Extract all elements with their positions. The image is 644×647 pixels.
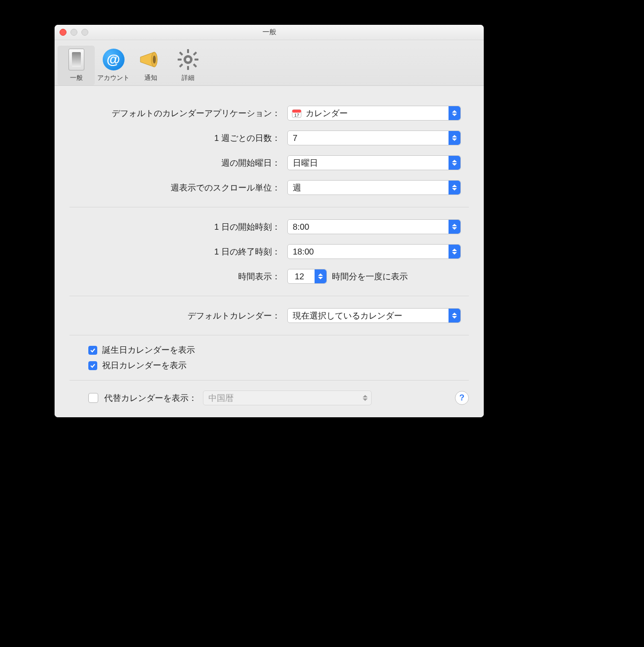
select-value: 12	[295, 272, 304, 281]
stepper-arrows-icon	[449, 309, 460, 323]
select-week-start[interactable]: 日曜日	[287, 155, 461, 170]
select-value: 中国暦	[208, 393, 234, 403]
check-icon	[90, 347, 96, 353]
checkbox-alt-calendar-label: 代替カレンダーを表示：	[104, 392, 197, 404]
megaphone-icon	[139, 48, 163, 71]
calendar-icon: 17	[292, 109, 302, 119]
stepper-arrows-icon	[449, 245, 460, 259]
select-default-app[interactable]: 17 カレンダー	[287, 106, 461, 121]
checkbox-holiday[interactable]	[88, 361, 97, 370]
select-day-start[interactable]: 8:00	[287, 219, 461, 234]
toolbar-advanced[interactable]: 詳細	[169, 46, 206, 85]
stepper-arrows-icon	[449, 220, 460, 234]
label-day-end: 1 日の終了時刻：	[69, 246, 287, 258]
stepper-arrows-icon	[449, 156, 460, 170]
toolbar-general[interactable]: 一般	[58, 46, 95, 85]
svg-rect-11	[193, 52, 196, 56]
switch-icon	[64, 48, 88, 71]
separator	[69, 380, 469, 381]
select-day-end[interactable]: 18:00	[287, 244, 461, 259]
svg-rect-7	[178, 59, 182, 61]
checkbox-alt-calendar[interactable]	[88, 393, 98, 403]
label-default-calendar: デフォルトカレンダー：	[69, 310, 287, 322]
preferences-window: 一般 一般 @ アカウント 通知	[55, 25, 484, 417]
separator	[69, 296, 469, 296]
label-day-start: 1 日の開始時刻：	[69, 221, 287, 233]
gear-icon	[176, 48, 200, 71]
checkbox-birthday[interactable]	[88, 346, 97, 355]
toolbar-label: 一般	[70, 73, 83, 82]
select-value: 8:00	[293, 222, 309, 232]
preferences-toolbar: 一般 @ アカウント 通知	[55, 40, 484, 86]
content-area: デフォルトのカレンダーアプリケーション： 17 カレンダー 1 週ごとの日数：	[55, 86, 484, 417]
select-days-per-week[interactable]: 7	[287, 130, 461, 145]
select-value: 7	[293, 133, 297, 143]
label-scroll-unit: 週表示でのスクロール単位：	[69, 182, 287, 194]
toolbar-alerts[interactable]: 通知	[132, 46, 169, 85]
select-value: 日曜日	[293, 158, 318, 168]
stepper-arrows-icon	[449, 131, 460, 145]
select-hours-shown[interactable]: 12	[287, 269, 327, 284]
label-hours-shown: 時間表示：	[69, 271, 287, 282]
label-default-app: デフォルトのカレンダーアプリケーション：	[69, 108, 287, 119]
window-title: 一般	[55, 28, 484, 37]
svg-rect-12	[179, 64, 183, 67]
checkbox-holiday-label: 祝日カレンダーを表示	[102, 360, 187, 371]
hours-shown-suffix: 時間分を一度に表示	[332, 271, 408, 282]
at-icon: @	[102, 48, 126, 71]
stepper-arrows-icon	[315, 269, 326, 283]
label-week-start: 週の開始曜日：	[69, 157, 287, 169]
stepper-arrows-icon	[359, 391, 371, 405]
titlebar: 一般	[55, 25, 484, 40]
select-alt-calendar: 中国暦	[203, 390, 372, 405]
separator	[69, 207, 469, 207]
svg-rect-9	[179, 52, 183, 56]
check-icon	[90, 363, 96, 369]
toolbar-label: 詳細	[182, 73, 194, 82]
select-value: 18:00	[293, 247, 314, 257]
stepper-arrows-icon	[449, 106, 460, 120]
svg-rect-10	[193, 64, 196, 67]
svg-text:17: 17	[294, 113, 299, 118]
label-days-per-week: 1 週ごとの日数：	[69, 132, 287, 144]
select-value: 現在選択しているカレンダー	[293, 311, 402, 321]
select-value: 週	[293, 183, 301, 193]
select-value: カレンダー	[306, 109, 348, 118]
checkbox-birthday-label: 誕生日カレンダーを表示	[102, 344, 195, 356]
svg-point-2	[153, 56, 156, 64]
select-scroll-unit[interactable]: 週	[287, 180, 461, 195]
toolbar-label: アカウント	[97, 73, 129, 82]
toolbar-accounts[interactable]: @ アカウント	[95, 46, 132, 85]
svg-rect-5	[187, 49, 189, 53]
stepper-arrows-icon	[449, 181, 460, 194]
help-icon: ?	[459, 393, 464, 403]
toolbar-label: 通知	[144, 73, 157, 82]
select-default-calendar[interactable]: 現在選択しているカレンダー	[287, 308, 461, 323]
separator	[69, 335, 469, 335]
svg-point-4	[186, 58, 190, 62]
help-button[interactable]: ?	[455, 391, 469, 405]
svg-rect-6	[187, 66, 189, 70]
svg-rect-8	[194, 59, 198, 61]
